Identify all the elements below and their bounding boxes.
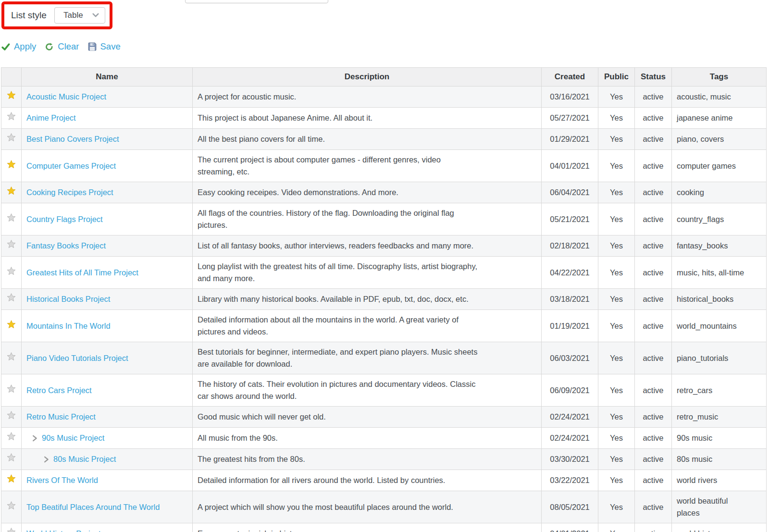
project-link[interactable]: Cooking Recipes Project <box>26 186 113 198</box>
name-cell: Acoustic Music Project <box>22 87 193 108</box>
favorite-star-active-icon[interactable] <box>6 186 16 196</box>
project-link[interactable]: Greatest Hits of All Time Project <box>26 267 138 279</box>
name-cell: Anime Project <box>22 108 193 129</box>
tags-cell: acoustic, music <box>672 87 767 108</box>
favorite-star-inactive-icon[interactable] <box>6 432 16 441</box>
project-link[interactable]: Country Flags Project <box>26 213 103 225</box>
favorite-star-active-icon[interactable] <box>6 474 16 483</box>
tags-cell: country_flags <box>672 203 767 235</box>
star-column-header <box>1 68 22 87</box>
star-cell <box>1 129 22 150</box>
tags-cell: fantasy_books <box>672 235 767 257</box>
project-link[interactable]: Rivers Of The World <box>26 474 98 486</box>
favorite-star-inactive-icon[interactable] <box>6 293 16 302</box>
favorite-star-inactive-icon[interactable] <box>6 501 16 510</box>
tags-cell: music, hits, all-time <box>672 257 767 289</box>
list-style-select[interactable]: Table <box>54 7 105 24</box>
project-link[interactable]: Retro Music Project <box>26 411 96 423</box>
check-icon <box>1 43 10 51</box>
project-link[interactable]: 80s Music Project <box>53 453 116 465</box>
favorite-star-inactive-icon[interactable] <box>6 384 16 394</box>
star-cell <box>1 407 22 428</box>
name-cell: Computer Games Project <box>22 150 193 182</box>
favorite-star-inactive-icon[interactable] <box>6 213 16 223</box>
project-link[interactable]: 90s Music Project <box>42 432 104 444</box>
public-cell: Yes <box>598 449 635 470</box>
name-cell: Top Beatiful Places Around The World <box>22 491 193 523</box>
star-cell <box>1 87 22 108</box>
description-cell: Library with many historical books. Avai… <box>193 289 542 310</box>
apply-button[interactable]: Apply <box>1 41 36 52</box>
description-cell: Easy cooking receipes. Video demonstrati… <box>193 182 542 203</box>
star-cell <box>1 203 22 235</box>
description-cell: Good music which will never get old. <box>193 407 542 428</box>
star-cell <box>1 289 22 310</box>
project-link[interactable]: Piano Video Tutorials Project <box>26 352 128 364</box>
favorite-star-inactive-icon[interactable] <box>6 239 16 249</box>
table-row: Rivers Of The WorldDetailed information … <box>1 470 767 491</box>
created-cell: 01/19/2021 <box>542 310 598 342</box>
public-cell: Yes <box>598 87 635 108</box>
expand-chevron-icon[interactable] <box>44 456 49 463</box>
project-link[interactable]: World History Project <box>26 528 101 532</box>
created-cell: 01/29/2021 <box>542 129 598 150</box>
page: { "controls": { "list_style_label": "Lis… <box>0 0 769 532</box>
star-cell <box>1 491 22 523</box>
public-cell: Yes <box>598 470 635 491</box>
status-cell: active <box>635 87 672 108</box>
table-row: Retro Music ProjectGood music which will… <box>1 407 767 428</box>
description-cell: This project is about Japanese Anime. Al… <box>193 108 542 129</box>
status-cell: active <box>635 491 672 523</box>
favorite-star-inactive-icon[interactable] <box>6 111 16 121</box>
favorite-star-active-icon[interactable] <box>6 160 16 169</box>
favorite-star-active-icon[interactable] <box>6 320 16 329</box>
project-link[interactable]: Mountains In The World <box>26 320 111 332</box>
public-cell: Yes <box>598 523 635 532</box>
description-cell: A project for acoustic music. <box>193 87 542 108</box>
favorite-star-inactive-icon[interactable] <box>6 527 16 532</box>
created-cell: 05/21/2021 <box>542 203 598 235</box>
partial-input-box[interactable] <box>185 0 328 3</box>
status-cell: active <box>635 428 672 449</box>
public-cell: Yes <box>598 235 635 257</box>
favorite-star-inactive-icon[interactable] <box>6 266 16 276</box>
status-cell: active <box>635 150 672 182</box>
project-link[interactable]: Best Piano Covers Project <box>26 133 119 145</box>
expand-chevron-icon[interactable] <box>32 435 37 442</box>
tags-cell: world_mountains <box>672 310 767 342</box>
tags-cell: japanese anime <box>672 108 767 129</box>
created-cell: 06/03/2021 <box>542 342 598 374</box>
table-row: Country Flags ProjectAll flags of the co… <box>1 203 767 235</box>
table-row: Historical Books ProjectLibrary with man… <box>1 289 767 310</box>
table-row: Greatest Hits of All Time ProjectLong pl… <box>1 257 767 289</box>
name-cell: Rivers Of The World <box>22 470 193 491</box>
favorite-star-inactive-icon[interactable] <box>6 352 16 361</box>
clear-button[interactable]: Clear <box>45 41 79 52</box>
status-cell: active <box>635 257 672 289</box>
star-cell <box>1 342 22 374</box>
project-link[interactable]: Historical Books Project <box>26 293 110 305</box>
favorite-star-inactive-icon[interactable] <box>6 133 16 142</box>
status-column-header: Status <box>635 68 672 87</box>
project-link[interactable]: Acoustic Music Project <box>26 91 106 103</box>
star-cell <box>1 108 22 129</box>
status-cell: active <box>635 129 672 150</box>
favorite-star-inactive-icon[interactable] <box>6 453 16 462</box>
project-link[interactable]: Anime Project <box>26 112 76 124</box>
save-button[interactable]: Save <box>88 41 121 52</box>
created-cell: 03/18/2021 <box>542 289 598 310</box>
project-link[interactable]: Retro Cars Project <box>26 384 92 396</box>
project-link[interactable]: Fantasy Books Project <box>26 240 106 252</box>
table-row: Anime ProjectThis project is about Japan… <box>1 108 767 129</box>
table-row: Top Beatiful Places Around The WorldA pr… <box>1 491 767 523</box>
status-cell: active <box>635 108 672 129</box>
project-link[interactable]: Computer Games Project <box>26 160 116 172</box>
star-cell <box>1 470 22 491</box>
created-cell: 03/16/2021 <box>542 87 598 108</box>
created-cell: 03/30/2021 <box>542 449 598 470</box>
created-column-header: Created <box>542 68 598 87</box>
project-link[interactable]: Top Beatiful Places Around The World <box>26 501 160 513</box>
favorite-star-inactive-icon[interactable] <box>6 410 16 420</box>
favorite-star-active-icon[interactable] <box>6 90 16 100</box>
star-cell <box>1 449 22 470</box>
